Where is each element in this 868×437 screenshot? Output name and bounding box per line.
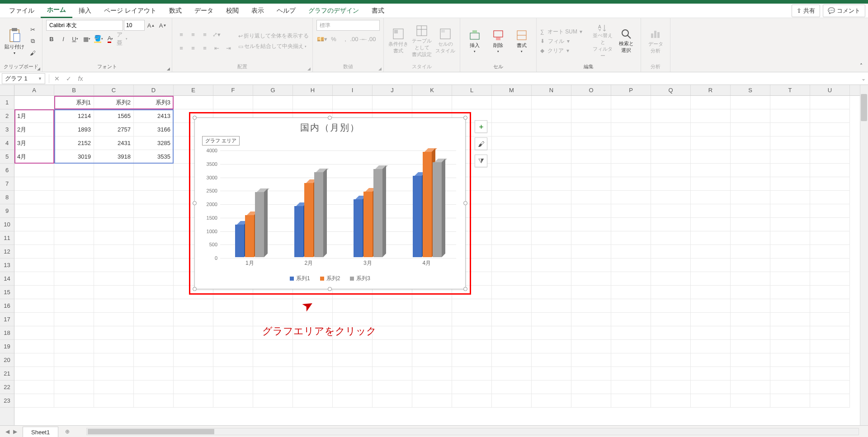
cell[interactable]: [651, 96, 691, 109]
cell[interactable]: 2152: [54, 136, 94, 150]
cell[interactable]: [651, 326, 691, 340]
cell[interactable]: [770, 381, 810, 394]
cell[interactable]: [691, 191, 731, 204]
copy-button[interactable]: ⧉: [27, 36, 38, 47]
cell[interactable]: [810, 204, 850, 218]
row-header-21[interactable]: 21: [0, 367, 14, 381]
cell[interactable]: [691, 326, 731, 340]
cell[interactable]: [452, 381, 492, 394]
row-header-13[interactable]: 13: [0, 258, 14, 272]
cell[interactable]: [213, 353, 253, 367]
col-header-C[interactable]: C: [94, 85, 134, 95]
cell[interactable]: [253, 367, 293, 381]
cell[interactable]: [691, 123, 731, 136]
cell[interactable]: [731, 204, 770, 218]
cell[interactable]: [770, 313, 810, 326]
cell[interactable]: [810, 299, 850, 313]
cell[interactable]: [571, 286, 611, 299]
cell[interactable]: [691, 299, 731, 313]
col-header-U[interactable]: U: [810, 85, 850, 95]
cell[interactable]: [532, 123, 571, 136]
row-header-16[interactable]: 16: [0, 299, 14, 313]
cell[interactable]: [532, 191, 571, 204]
italic-button[interactable]: I: [58, 33, 69, 44]
cell[interactable]: [174, 340, 213, 353]
cell[interactable]: [691, 136, 731, 150]
cell[interactable]: [651, 204, 691, 218]
number-format-select[interactable]: [316, 20, 380, 31]
col-header-B[interactable]: B: [54, 85, 94, 95]
cell[interactable]: [691, 164, 731, 177]
cell[interactable]: [373, 326, 412, 340]
align-right-button[interactable]: ≡: [199, 42, 210, 53]
number-launcher[interactable]: ◢: [378, 66, 382, 71]
cell[interactable]: [174, 299, 213, 313]
cell[interactable]: [532, 231, 571, 245]
cell[interactable]: [492, 109, 532, 123]
cell[interactable]: [253, 381, 293, 394]
cell[interactable]: [571, 367, 611, 381]
col-header-R[interactable]: R: [691, 85, 731, 95]
cell[interactable]: [571, 109, 611, 123]
cell[interactable]: [412, 340, 452, 353]
legend-item[interactable]: 系列1: [290, 275, 310, 282]
cell[interactable]: [770, 123, 810, 136]
cell[interactable]: [810, 150, 850, 164]
cell[interactable]: [651, 150, 691, 164]
cell[interactable]: [810, 272, 850, 286]
align-center-button[interactable]: ≡: [188, 42, 198, 53]
cell[interactable]: [810, 123, 850, 136]
cell[interactable]: [651, 394, 691, 408]
cell[interactable]: [333, 381, 373, 394]
cell[interactable]: [611, 258, 651, 272]
cell[interactable]: [611, 191, 651, 204]
cell[interactable]: [134, 191, 174, 204]
cell[interactable]: [14, 258, 54, 272]
cell[interactable]: [452, 96, 492, 109]
cell[interactable]: [532, 136, 571, 150]
cell[interactable]: [770, 109, 810, 123]
cell[interactable]: [611, 96, 651, 109]
sort-filter-button[interactable]: AZ並べ替えと フィルター: [592, 23, 613, 59]
wrap-text-button[interactable]: ↩折り返して全体を表示する: [238, 32, 309, 40]
cell[interactable]: [731, 109, 770, 123]
cell[interactable]: 4月: [14, 150, 54, 164]
cell[interactable]: [134, 286, 174, 299]
fill-button[interactable]: ⬇ フィル ▾: [540, 38, 590, 45]
cell[interactable]: [571, 245, 611, 258]
row-header-4[interactable]: 4: [0, 136, 14, 150]
cell[interactable]: [14, 381, 54, 394]
cell[interactable]: 1214: [54, 109, 94, 123]
row-header-8[interactable]: 8: [0, 191, 14, 204]
tab-format[interactable]: 書式: [365, 4, 391, 18]
cell[interactable]: [293, 394, 333, 408]
cell[interactable]: 系列2: [94, 96, 134, 109]
cell[interactable]: [810, 326, 850, 340]
col-header-P[interactable]: P: [611, 85, 651, 95]
cell[interactable]: [731, 245, 770, 258]
sheet-prev-button[interactable]: ◀: [5, 428, 9, 435]
cell[interactable]: [412, 299, 452, 313]
cell[interactable]: [452, 299, 492, 313]
chart-title[interactable]: 国内（月別）: [195, 118, 465, 134]
cell[interactable]: [651, 191, 691, 204]
cell[interactable]: [253, 353, 293, 367]
cell[interactable]: [810, 286, 850, 299]
select-all-corner[interactable]: [0, 85, 14, 96]
cell[interactable]: [253, 340, 293, 353]
cell[interactable]: [651, 258, 691, 272]
cell[interactable]: [611, 340, 651, 353]
cell[interactable]: 3918: [94, 150, 134, 164]
cell[interactable]: [54, 204, 94, 218]
cell[interactable]: [731, 340, 770, 353]
cell[interactable]: [54, 164, 94, 177]
cell[interactable]: [452, 313, 492, 326]
cell[interactable]: [14, 164, 54, 177]
bar-系列3-4月[interactable]: [433, 162, 442, 257]
col-header-D[interactable]: D: [134, 85, 174, 95]
bar-系列2-3月[interactable]: [363, 192, 373, 257]
col-header-S[interactable]: S: [731, 85, 770, 95]
cell[interactable]: [691, 381, 731, 394]
cell[interactable]: [54, 177, 94, 191]
cell[interactable]: [134, 394, 174, 408]
